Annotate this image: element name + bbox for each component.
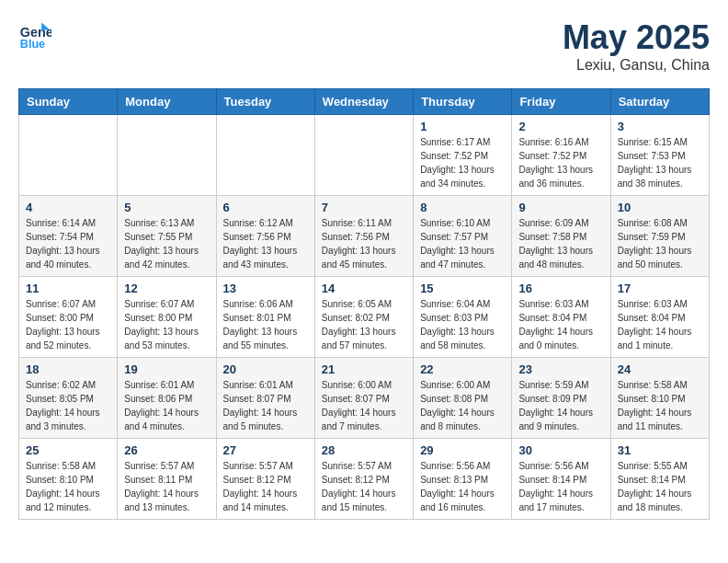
- day-cell: 5Sunrise: 6:13 AM Sunset: 7:55 PM Daylig…: [118, 196, 216, 277]
- day-info: Sunrise: 6:03 AM Sunset: 8:04 PM Dayligh…: [518, 297, 603, 352]
- day-info: Sunrise: 6:04 AM Sunset: 8:03 PM Dayligh…: [420, 297, 505, 352]
- day-cell: 23Sunrise: 5:59 AM Sunset: 8:09 PM Dayli…: [512, 358, 610, 439]
- day-number: 24: [618, 362, 702, 376]
- day-cell: 22Sunrise: 6:00 AM Sunset: 8:08 PM Dayli…: [414, 358, 512, 439]
- day-cell: [216, 115, 314, 196]
- month-title: May 2025: [563, 18, 710, 57]
- day-number: 23: [518, 362, 603, 376]
- day-info: Sunrise: 5:59 AM Sunset: 8:09 PM Dayligh…: [518, 378, 603, 433]
- day-cell: 9Sunrise: 6:09 AM Sunset: 7:58 PM Daylig…: [512, 196, 610, 277]
- day-number: 19: [124, 362, 209, 376]
- day-cell: 16Sunrise: 6:03 AM Sunset: 8:04 PM Dayli…: [512, 277, 610, 358]
- day-info: Sunrise: 6:12 AM Sunset: 7:56 PM Dayligh…: [223, 216, 308, 271]
- day-number: 27: [223, 443, 308, 457]
- day-cell: 4Sunrise: 6:14 AM Sunset: 7:54 PM Daylig…: [19, 196, 118, 277]
- day-cell: 3Sunrise: 6:15 AM Sunset: 7:53 PM Daylig…: [610, 115, 709, 196]
- day-number: 26: [124, 443, 209, 457]
- day-number: 22: [420, 362, 505, 376]
- day-cell: 29Sunrise: 5:56 AM Sunset: 8:13 PM Dayli…: [414, 439, 512, 520]
- day-info: Sunrise: 6:01 AM Sunset: 8:07 PM Dayligh…: [223, 378, 308, 433]
- title-block: May 2025 Lexiu, Gansu, China: [563, 18, 710, 74]
- day-cell: [118, 115, 216, 196]
- day-number: 5: [124, 201, 209, 214]
- day-cell: 7Sunrise: 6:11 AM Sunset: 7:56 PM Daylig…: [314, 196, 413, 277]
- day-cell: 10Sunrise: 6:08 AM Sunset: 7:59 PM Dayli…: [610, 196, 709, 277]
- day-cell: [314, 115, 413, 196]
- weekday-header-thursday: Thursday: [414, 89, 512, 115]
- day-info: Sunrise: 6:11 AM Sunset: 7:56 PM Dayligh…: [322, 216, 406, 271]
- day-cell: 27Sunrise: 5:57 AM Sunset: 8:12 PM Dayli…: [216, 439, 314, 520]
- day-info: Sunrise: 6:16 AM Sunset: 7:52 PM Dayligh…: [518, 135, 603, 190]
- day-number: 9: [518, 201, 603, 214]
- day-number: 25: [26, 443, 110, 457]
- day-info: Sunrise: 6:08 AM Sunset: 7:59 PM Dayligh…: [618, 216, 702, 271]
- day-info: Sunrise: 5:57 AM Sunset: 8:12 PM Dayligh…: [223, 459, 308, 514]
- svg-text:General: General: [20, 25, 51, 40]
- logo: General Blue: [18, 18, 51, 52]
- day-number: 11: [26, 282, 110, 295]
- calendar-table: SundayMondayTuesdayWednesdayThursdayFrid…: [18, 88, 710, 520]
- day-info: Sunrise: 6:07 AM Sunset: 8:00 PM Dayligh…: [26, 297, 110, 352]
- location-subtitle: Lexiu, Gansu, China: [563, 57, 710, 74]
- day-info: Sunrise: 6:07 AM Sunset: 8:00 PM Dayligh…: [124, 297, 209, 352]
- day-info: Sunrise: 6:05 AM Sunset: 8:02 PM Dayligh…: [322, 297, 406, 352]
- day-number: 29: [420, 443, 505, 457]
- day-info: Sunrise: 6:09 AM Sunset: 7:58 PM Dayligh…: [518, 216, 603, 271]
- day-cell: 18Sunrise: 6:02 AM Sunset: 8:05 PM Dayli…: [19, 358, 118, 439]
- weekday-header-wednesday: Wednesday: [314, 89, 413, 115]
- day-number: 14: [322, 282, 406, 295]
- day-number: 13: [223, 282, 308, 295]
- day-info: Sunrise: 6:10 AM Sunset: 7:57 PM Dayligh…: [420, 216, 505, 271]
- day-info: Sunrise: 6:06 AM Sunset: 8:01 PM Dayligh…: [223, 297, 308, 352]
- day-number: 10: [618, 201, 702, 214]
- day-info: Sunrise: 5:57 AM Sunset: 8:11 PM Dayligh…: [124, 459, 209, 514]
- day-number: 4: [26, 201, 110, 214]
- day-cell: 20Sunrise: 6:01 AM Sunset: 8:07 PM Dayli…: [216, 358, 314, 439]
- day-cell: 31Sunrise: 5:55 AM Sunset: 8:14 PM Dayli…: [610, 439, 709, 520]
- weekday-header-monday: Monday: [118, 89, 216, 115]
- page-header: General Blue May 2025 Lexiu, Gansu, Chin…: [18, 18, 710, 74]
- day-number: 6: [223, 201, 308, 214]
- day-number: 2: [518, 120, 603, 133]
- day-info: Sunrise: 6:13 AM Sunset: 7:55 PM Dayligh…: [124, 216, 209, 271]
- day-number: 12: [124, 282, 209, 295]
- day-cell: 2Sunrise: 6:16 AM Sunset: 7:52 PM Daylig…: [512, 115, 610, 196]
- day-number: 28: [322, 443, 406, 457]
- day-info: Sunrise: 6:01 AM Sunset: 8:06 PM Dayligh…: [124, 378, 209, 433]
- day-cell: 21Sunrise: 6:00 AM Sunset: 8:07 PM Dayli…: [314, 358, 413, 439]
- day-cell: 14Sunrise: 6:05 AM Sunset: 8:02 PM Dayli…: [314, 277, 413, 358]
- day-info: Sunrise: 5:56 AM Sunset: 8:14 PM Dayligh…: [518, 459, 603, 514]
- day-cell: 12Sunrise: 6:07 AM Sunset: 8:00 PM Dayli…: [118, 277, 216, 358]
- day-number: 8: [420, 201, 505, 214]
- day-cell: 24Sunrise: 5:58 AM Sunset: 8:10 PM Dayli…: [610, 358, 709, 439]
- day-number: 20: [223, 362, 308, 376]
- day-number: 30: [518, 443, 603, 457]
- day-cell: [19, 115, 118, 196]
- day-info: Sunrise: 6:02 AM Sunset: 8:05 PM Dayligh…: [26, 378, 110, 433]
- week-row-5: 25Sunrise: 5:58 AM Sunset: 8:10 PM Dayli…: [19, 439, 710, 520]
- day-number: 17: [618, 282, 702, 295]
- weekday-header-saturday: Saturday: [610, 89, 709, 115]
- week-row-1: 1Sunrise: 6:17 AM Sunset: 7:52 PM Daylig…: [19, 115, 710, 196]
- day-cell: 26Sunrise: 5:57 AM Sunset: 8:11 PM Dayli…: [118, 439, 216, 520]
- day-cell: 28Sunrise: 5:57 AM Sunset: 8:12 PM Dayli…: [314, 439, 413, 520]
- svg-text:Blue: Blue: [20, 38, 45, 51]
- day-info: Sunrise: 5:58 AM Sunset: 8:10 PM Dayligh…: [26, 459, 110, 514]
- day-info: Sunrise: 5:56 AM Sunset: 8:13 PM Dayligh…: [420, 459, 505, 514]
- day-info: Sunrise: 6:00 AM Sunset: 8:08 PM Dayligh…: [420, 378, 505, 433]
- day-number: 7: [322, 201, 406, 214]
- week-row-4: 18Sunrise: 6:02 AM Sunset: 8:05 PM Dayli…: [19, 358, 710, 439]
- weekday-header-friday: Friday: [512, 89, 610, 115]
- day-number: 21: [322, 362, 406, 376]
- day-number: 31: [618, 443, 702, 457]
- day-number: 18: [26, 362, 110, 376]
- day-info: Sunrise: 6:15 AM Sunset: 7:53 PM Dayligh…: [618, 135, 702, 190]
- logo-icon: General Blue: [18, 18, 51, 52]
- day-cell: 8Sunrise: 6:10 AM Sunset: 7:57 PM Daylig…: [414, 196, 512, 277]
- day-info: Sunrise: 5:57 AM Sunset: 8:12 PM Dayligh…: [322, 459, 406, 514]
- day-number: 1: [420, 120, 505, 133]
- day-number: 3: [618, 120, 702, 133]
- day-cell: 15Sunrise: 6:04 AM Sunset: 8:03 PM Dayli…: [414, 277, 512, 358]
- day-info: Sunrise: 6:03 AM Sunset: 8:04 PM Dayligh…: [618, 297, 702, 352]
- day-cell: 25Sunrise: 5:58 AM Sunset: 8:10 PM Dayli…: [19, 439, 118, 520]
